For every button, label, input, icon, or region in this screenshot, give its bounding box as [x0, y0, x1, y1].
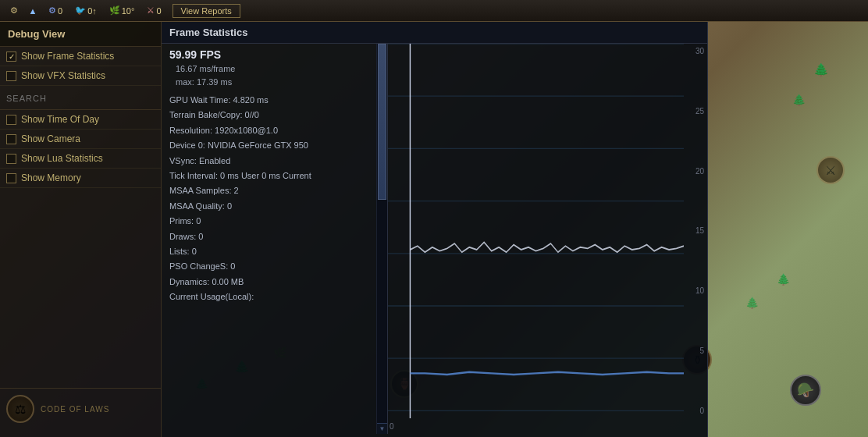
search-input[interactable]: [6, 94, 155, 103]
icon-small1: ▲: [25, 3, 41, 19]
stat-0: ⚙0: [44, 5, 67, 16]
stat-resolution: Resolution: 1920x1080@1.0: [169, 123, 368, 138]
map-tree-2: 🌲: [792, 94, 806, 106]
code-of-laws-label: Code Of Laws: [41, 405, 109, 414]
stat-dynamics: Dynamics: 0.00 MB: [169, 275, 368, 290]
x-axis: 0: [388, 418, 684, 434]
map-unit-1: ⚔: [816, 156, 845, 184]
debug-view-title: Debug View: [0, 22, 161, 47]
scrollbar-thumb[interactable]: [378, 44, 386, 200]
stat-pso: PSO ChangeS: 0: [169, 259, 368, 274]
stat-terrain: Terrain Bake/Copy: 0//0: [169, 108, 368, 123]
chart-svg: [388, 44, 684, 418]
frame-panel-title: Frame Statistics: [162, 22, 707, 44]
stat-draws: Draws: 0: [169, 229, 368, 244]
view-reports-button[interactable]: View Reports: [173, 4, 240, 18]
scroll-down-arrow[interactable]: ▼: [377, 423, 387, 434]
chart-scrollbar[interactable]: ▼: [377, 44, 388, 434]
y-label-25: 25: [695, 107, 704, 115]
menu-item-lua[interactable]: Show Lua Statistics: [0, 149, 161, 169]
y-label-20: 20: [695, 167, 704, 176]
left-panel: Debug View Show Frame Statistics Show VF…: [0, 22, 162, 437]
fps-detail: 16.67 ms/frame max: 17.39 ms: [169, 62, 368, 88]
y-label-5: 5: [699, 346, 704, 355]
menu-label-frame-stats: Show Frame Statistics: [21, 51, 114, 62]
chart-area: ▼ 30 25 20 15 10 5 0: [376, 44, 707, 434]
stat-lists: Lists: 0: [169, 244, 368, 259]
checkbox-camera[interactable]: [6, 134, 16, 144]
checkbox-memory[interactable]: [6, 173, 16, 183]
map-tree-3: 🌲: [777, 273, 790, 286]
menu-item-memory[interactable]: Show Memory: [0, 169, 161, 188]
stat-msaa-samples: MSAA Samples: 2: [169, 183, 368, 198]
y-label-0: 0: [699, 407, 704, 415]
top-bar: ⚙ ▲ ⚙0 🐦0↑ 🌿10° ⚔0 View Reports: [0, 0, 868, 22]
frame-panel: Frame Statistics 59.99 FPS 16.67 ms/fram…: [162, 22, 708, 437]
menu-item-vfx[interactable]: Show VFX Statistics: [0, 66, 161, 86]
search-area: [0, 86, 161, 110]
map-tree-4: 🌲: [745, 297, 759, 309]
menu-label-lua: Show Lua Statistics: [21, 153, 103, 164]
stat-3: ⚔0: [142, 5, 165, 16]
stat-msaa-quality: MSAA Quality: 0: [169, 199, 368, 214]
map-unit-2: 🪖: [790, 375, 821, 406]
menu-item-timeofday[interactable]: Show Time Of Day: [0, 110, 161, 130]
y-axis: 30 25 20 15 10 5 0: [684, 44, 707, 418]
checkbox-lua[interactable]: [6, 154, 16, 164]
gear-icon: ⚙: [6, 3, 22, 19]
menu-label-memory: Show Memory: [21, 172, 81, 183]
menu-item-camera[interactable]: Show Camera: [0, 130, 161, 149]
menu-label-timeofday: Show Time Of Day: [21, 114, 99, 125]
stat-1: 🐦0↑: [70, 5, 101, 16]
y-label-10: 10: [695, 286, 704, 295]
stat-current-usage: Current Usage(Local):: [169, 290, 368, 304]
x-label-0: 0: [390, 422, 394, 431]
code-of-laws: ⚖ Code Of Laws: [0, 388, 161, 429]
stat-prims: Prims: 0: [169, 214, 368, 229]
frame-content: 59.99 FPS 16.67 ms/frame max: 17.39 ms G…: [162, 44, 707, 434]
top-bar-icons: ⚙ ▲ ⚙0 🐦0↑ 🌿10° ⚔0: [6, 3, 166, 19]
chart-svg-wrapper: [388, 44, 684, 418]
checkbox-timeofday[interactable]: [6, 115, 16, 125]
menu-label-vfx: Show VFX Statistics: [21, 70, 105, 81]
frame-stats-left: 59.99 FPS 16.67 ms/frame max: 17.39 ms G…: [162, 44, 376, 434]
stat-gpu-wait: GPU Wait Time: 4.820 ms: [169, 93, 368, 108]
stat-vsync: VSync: Enabled: [169, 154, 368, 169]
code-of-laws-icon: ⚖: [6, 395, 34, 423]
stat-2: 🌿10°: [105, 5, 140, 16]
menu-item-frame-stats[interactable]: Show Frame Statistics: [0, 47, 161, 66]
menu-label-camera: Show Camera: [21, 133, 80, 144]
y-label-30: 30: [695, 47, 704, 55]
stat-device: Device 0: NVIDIA GeForce GTX 950: [169, 138, 368, 153]
stat-tick: Tick Interval: 0 ms User 0 ms Current: [169, 169, 368, 183]
checkbox-frame-stats[interactable]: [6, 52, 16, 62]
fps-main: 59.99 FPS: [169, 48, 368, 61]
y-label-15: 15: [695, 226, 704, 235]
chart-canvas: 30 25 20 15 10 5 0: [388, 44, 707, 434]
map-tree-1: 🌲: [813, 62, 829, 77]
checkbox-vfx[interactable]: [6, 71, 16, 81]
